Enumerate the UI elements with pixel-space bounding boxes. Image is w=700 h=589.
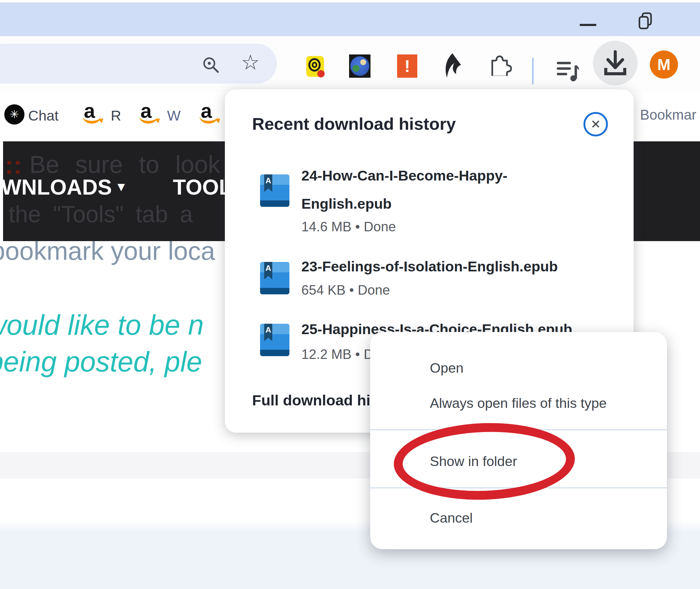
menu-item-open[interactable]: Open bbox=[430, 360, 464, 376]
toolbar-separator bbox=[532, 57, 533, 84]
downloads-toolbar-button[interactable] bbox=[593, 41, 638, 85]
epub-icon-bottom-band bbox=[260, 200, 289, 207]
download-icon bbox=[593, 41, 638, 85]
webpage-gray-text: bookmark your loca bbox=[0, 236, 215, 266]
extension-icon-yellow[interactable] bbox=[306, 56, 324, 77]
chevron-down-icon: ▾ bbox=[118, 179, 125, 194]
chatgpt-icon[interactable]: ✳ bbox=[4, 104, 24, 125]
restore-icon bbox=[638, 12, 653, 29]
amazon-smile-icon bbox=[82, 116, 101, 124]
profile-avatar[interactable]: M bbox=[650, 50, 678, 79]
nav-paragraph-bottom: the "Tools" tab a bbox=[9, 201, 193, 227]
menu-item-always-open[interactable]: Always open files of this type bbox=[430, 395, 607, 411]
address-bar[interactable] bbox=[0, 44, 277, 83]
bookmark-star-icon[interactable]: ☆ bbox=[241, 50, 260, 74]
amazon-smile-icon bbox=[139, 116, 158, 124]
extension-icon-flame[interactable] bbox=[443, 53, 464, 79]
zoom-page-icon[interactable] bbox=[201, 55, 220, 75]
close-icon: ✕ bbox=[591, 118, 601, 131]
menu-item-cancel[interactable]: Cancel bbox=[430, 510, 473, 526]
download-item-name-line2[interactable]: English.epub bbox=[301, 195, 392, 212]
window-title-bar bbox=[0, 2, 700, 36]
nav-menu-downloads-label: WNLOADS bbox=[1, 175, 112, 199]
flame-icon bbox=[443, 53, 464, 78]
extension-icon-alert[interactable]: ! bbox=[397, 54, 417, 78]
amazon-smile-icon bbox=[200, 116, 218, 124]
epub-icon-ribbon: A bbox=[264, 262, 272, 279]
nav-red-marks: :: bbox=[5, 152, 22, 178]
download-item-name[interactable]: 23-Feelings-of-Isolation-English.epub bbox=[301, 258, 558, 275]
nav-menu-downloads[interactable]: WNLOADS ▾ bbox=[1, 175, 125, 199]
extensions-puzzle-icon[interactable] bbox=[490, 54, 512, 77]
bookmark-item-chat[interactable]: Chat bbox=[28, 107, 58, 124]
popup-title: Recent download history bbox=[252, 114, 456, 134]
bookmark-item-r[interactable]: R bbox=[111, 107, 121, 124]
window-restore-button[interactable] bbox=[638, 12, 653, 31]
epub-icon-ribbon: A bbox=[264, 174, 272, 192]
download-item-name[interactable]: 24-How-Can-I-Become-Happy- bbox=[301, 167, 508, 184]
bookmark-item-w[interactable]: W bbox=[167, 107, 181, 124]
globe-icon bbox=[350, 56, 369, 76]
amazon-icon[interactable]: a bbox=[82, 102, 104, 125]
amazon-icon[interactable]: a bbox=[139, 102, 161, 125]
window-minimize-button[interactable] bbox=[580, 24, 596, 26]
epub-icon-bottom-band bbox=[260, 288, 289, 294]
epub-icon-bottom-band bbox=[260, 350, 289, 356]
webpage-teal-text-1: would like to be n bbox=[0, 309, 204, 341]
download-item-meta: 654 KB • Done bbox=[301, 282, 390, 298]
bookmarks-right-label[interactable]: Bookmar bbox=[640, 107, 696, 123]
download-item-meta: 14.6 MB • Done bbox=[301, 219, 396, 234]
epub-file-icon: A bbox=[260, 324, 289, 356]
extension-icon-globe[interactable] bbox=[349, 54, 371, 78]
playlist-music-icon[interactable] bbox=[556, 59, 581, 84]
spiral-inner-icon bbox=[312, 62, 317, 68]
epub-file-icon: A bbox=[260, 174, 289, 207]
webpage-teal-text-2: being posted, ple bbox=[0, 346, 202, 378]
notification-dot bbox=[317, 70, 324, 77]
close-button[interactable]: ✕ bbox=[584, 112, 608, 137]
amazon-icon[interactable]: a bbox=[199, 102, 221, 125]
epub-file-icon: A bbox=[260, 262, 289, 294]
epub-icon-ribbon: A bbox=[264, 324, 272, 341]
nav-paragraph-top: Be sure to look bbox=[29, 151, 220, 179]
